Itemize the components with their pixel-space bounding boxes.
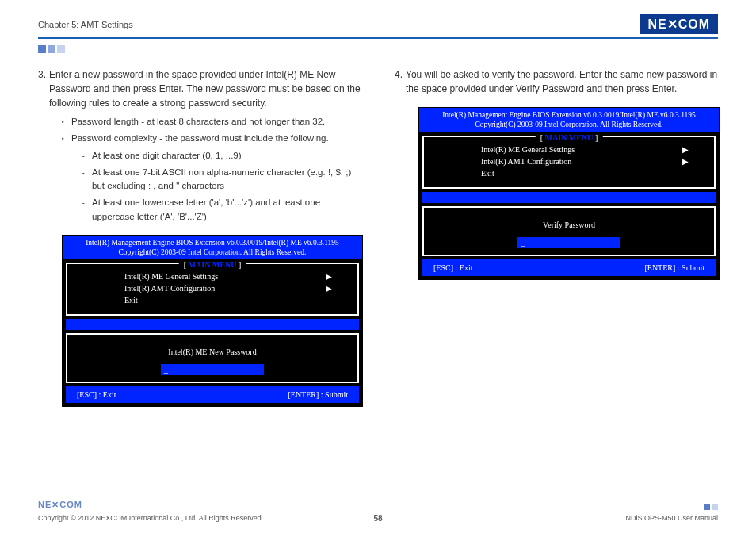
chapter-title: Chapter 5: AMT Settings (38, 20, 133, 29)
bios-copyright: Copyright(C) 2003-09 Intel Corporation. … (422, 120, 716, 129)
password-label: Intel(R) ME New Password (77, 346, 348, 358)
bios-menu-item[interactable]: Exit (124, 294, 332, 306)
esc-hint: [ESC] : Exit (433, 262, 472, 274)
decorative-squares (38, 45, 718, 53)
page-footer: NE✕COM Copyright © 2012 NEXCOM Internati… (38, 500, 718, 522)
bios-screen-1: Intel(R) Management Engine BIOS Extensio… (62, 235, 363, 408)
arrow-icon: ▶ (682, 155, 689, 167)
bios-header: Intel(R) Management Engine BIOS Extensio… (63, 236, 362, 260)
footer-squares (704, 504, 718, 510)
bios-divider (422, 192, 716, 203)
step-text: You will be asked to verify the password… (406, 67, 720, 96)
bios-menu-item[interactable]: Intel(R) ME General Settings▶ (481, 144, 689, 155)
enter-hint: [ENTER] : Submit (644, 262, 704, 274)
sub-item: At least one 7-bit ASCII non alpha-numer… (82, 166, 363, 194)
bios-menu-title: MAIN MENU (536, 132, 603, 144)
nexcom-logo: NE✕COM (640, 14, 718, 34)
bios-screen-2: Intel(R) Management Engine BIOS Extensio… (418, 107, 720, 280)
left-column: 3. Enter a new password in the space pro… (38, 67, 363, 407)
bios-menu-item[interactable]: Exit (481, 167, 689, 179)
bullet-item: Password length - at least 8 characters … (62, 115, 363, 128)
sub-item: At least one lowercase letter ('a', 'b'.… (82, 196, 363, 224)
copyright-text: Copyright © 2012 NEXCOM International Co… (38, 514, 263, 522)
bios-menu-box: MAIN MENU Intel(R) ME General Settings▶ … (422, 136, 716, 189)
footer-logo: NE✕COM (38, 500, 82, 510)
arrow-icon: ▶ (326, 282, 332, 294)
bios-version: Intel(R) Management Engine BIOS Extensio… (66, 238, 359, 247)
bios-menu-item[interactable]: Intel(R) AMT Configuration▶ (481, 155, 689, 167)
enter-hint: [ENTER] : Submit (288, 389, 348, 401)
page-header: Chapter 5: AMT Settings NE✕COM (38, 14, 718, 39)
bios-divider (66, 319, 359, 330)
step-number: 3. (38, 67, 46, 110)
bios-menu-title: MAIN MENU (179, 259, 246, 270)
bios-footer: [ESC] : Exit [ENTER] : Submit (66, 386, 359, 403)
bios-header: Intel(R) Management Engine BIOS Extensio… (419, 108, 719, 132)
esc-hint: [ESC] : Exit (77, 389, 116, 401)
password-input[interactable]: _ (161, 364, 264, 375)
bios-menu-item[interactable]: Intel(R) ME General Settings▶ (124, 270, 332, 282)
bullet-item: Password complexity - the password must … (62, 132, 363, 224)
manual-name: NDiS OPS-M50 User Manual (625, 514, 718, 522)
bios-menu-box: MAIN MENU Intel(R) ME General Settings▶ … (66, 263, 359, 316)
sub-item: At least one digit character (0, 1, ...9… (82, 149, 363, 163)
password-label: Verify Password (433, 219, 704, 231)
bios-menu-item[interactable]: Intel(R) AMT Configuration▶ (124, 282, 332, 294)
password-input[interactable]: _ (517, 237, 620, 248)
arrow-icon: ▶ (326, 270, 332, 282)
bios-copyright: Copyright(C) 2003-09 Intel Corporation. … (66, 247, 359, 257)
bios-password-box: Verify Password _ (422, 206, 716, 256)
arrow-icon: ▶ (682, 144, 689, 155)
bios-footer: [ESC] : Exit [ENTER] : Submit (422, 259, 716, 276)
step-text: Enter a new password in the space provid… (49, 67, 363, 110)
right-column: 4. You will be asked to verify the passw… (395, 67, 720, 407)
bios-password-box: Intel(R) ME New Password _ (66, 333, 359, 383)
step-number: 4. (395, 67, 403, 96)
bios-version: Intel(R) Management Engine BIOS Extensio… (422, 110, 716, 120)
bullet-text: Password complexity - the password must … (71, 133, 329, 143)
page-number: 58 (373, 514, 382, 523)
